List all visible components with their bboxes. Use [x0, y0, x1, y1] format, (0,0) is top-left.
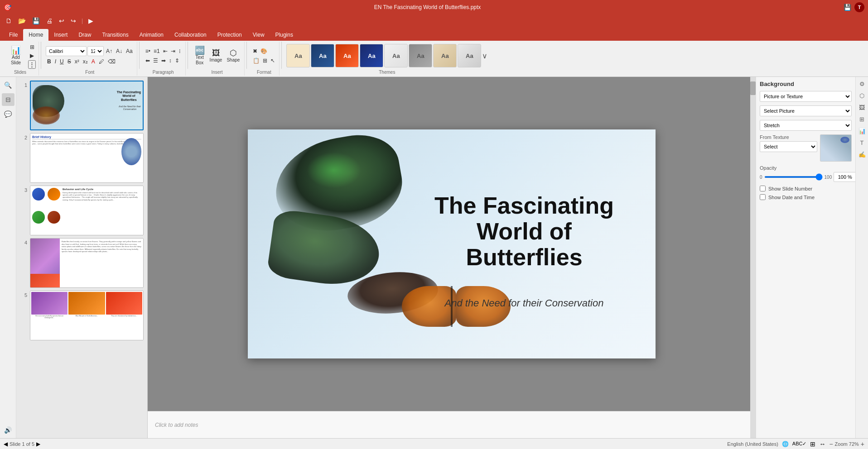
- sidebar-slides-button[interactable]: ⊟: [2, 93, 14, 106]
- tab-collaboration[interactable]: Collaboration: [169, 29, 212, 41]
- arrange-button[interactable]: ⊞: [261, 57, 269, 65]
- align-left-button[interactable]: ⬅: [144, 57, 151, 65]
- right-tool-settings-button[interactable]: ⚙: [857, 79, 867, 89]
- slide-preview-2[interactable]: Brief History When animals discovered th…: [30, 133, 144, 183]
- select-picture-select[interactable]: Select Picture: [760, 105, 852, 116]
- highlight-button[interactable]: 🖊: [97, 57, 106, 66]
- slide-nav-prev[interactable]: ◀: [4, 441, 8, 447]
- slide-thumb-3[interactable]: 3 Behavior and Life Cycle During develop…: [20, 186, 144, 235]
- right-tool-text-button[interactable]: T: [857, 138, 867, 148]
- slide-nav-next[interactable]: ▶: [36, 441, 40, 447]
- fill-color-button[interactable]: 🎨: [259, 47, 269, 55]
- right-tool-chart-button[interactable]: 📊: [857, 126, 867, 136]
- stretch-select[interactable]: Stretch: [760, 120, 852, 131]
- copy-format-button[interactable]: 📋: [251, 57, 261, 65]
- theme-7[interactable]: Aa: [433, 44, 457, 67]
- font-case-button[interactable]: Aa: [125, 47, 134, 55]
- tab-view[interactable]: View: [247, 29, 270, 41]
- increase-font-size-button[interactable]: A↑: [105, 47, 114, 55]
- undo-button[interactable]: ↩: [57, 16, 66, 25]
- tab-transitions[interactable]: Transitions: [96, 29, 134, 41]
- show-date-time-checkbox[interactable]: [760, 194, 766, 200]
- slide-preview-1[interactable]: The FascinatingWorld ofButterflies And t…: [30, 81, 144, 130]
- background-type-select[interactable]: Picture or Texture: [760, 91, 852, 102]
- bullets-button[interactable]: ≡•: [144, 47, 152, 55]
- clear-format-button[interactable]: ⌫: [106, 57, 117, 66]
- italic-button[interactable]: I: [53, 57, 58, 66]
- canvas-scroll[interactable]: The Fascinating World of Butterflies And…: [148, 77, 756, 411]
- align-right-button[interactable]: ➡: [160, 57, 167, 65]
- language-globe-icon[interactable]: 🌐: [782, 441, 789, 447]
- font-color-button[interactable]: A: [90, 57, 96, 66]
- sidebar-audio-button[interactable]: 🔊: [2, 424, 14, 436]
- tab-insert[interactable]: Insert: [48, 29, 73, 41]
- select-button[interactable]: ↖: [269, 57, 276, 65]
- fit-width-button[interactable]: ↔: [819, 440, 825, 448]
- shape-button[interactable]: ⬡ Shape: [225, 48, 241, 63]
- show-slide-number-label[interactable]: Show Slide Number: [768, 186, 812, 191]
- notes-area[interactable]: Click to add notes: [148, 411, 756, 438]
- theme-8[interactable]: Aa: [458, 44, 481, 67]
- underline-button[interactable]: U: [58, 57, 65, 66]
- theme-5[interactable]: Aa: [384, 44, 408, 67]
- show-slide-number-checkbox[interactable]: [760, 186, 766, 191]
- slide-preview-3[interactable]: Behavior and Life Cycle During developme…: [30, 186, 144, 235]
- tab-animation[interactable]: Animation: [134, 29, 169, 41]
- tab-plugins[interactable]: Plugins: [270, 29, 299, 41]
- zoom-out-button[interactable]: −: [829, 440, 833, 448]
- show-date-time-label[interactable]: Show Date and Time: [768, 195, 815, 200]
- theme-6[interactable]: Aa: [409, 44, 432, 67]
- print-button[interactable]: 🖨: [44, 16, 54, 25]
- slide-thumb-4[interactable]: 4 Butterflies feed mostly on nectar from…: [20, 238, 144, 288]
- opacity-input[interactable]: [834, 172, 855, 182]
- from-texture-select[interactable]: Select: [760, 141, 817, 152]
- layout-button[interactable]: ⊞: [28, 43, 36, 51]
- slides-menu-button[interactable]: ⋮: [28, 60, 36, 69]
- increase-indent-button[interactable]: ⇥: [169, 47, 177, 55]
- decrease-indent-button[interactable]: ⇤: [162, 47, 169, 55]
- line-spacing-button[interactable]: ↕: [168, 57, 173, 65]
- spell-check-button[interactable]: ABC✓: [792, 441, 807, 447]
- app-icon[interactable]: 🎯: [4, 4, 11, 11]
- text-box-button[interactable]: 🔤 Text Box: [193, 45, 207, 66]
- align-center-button[interactable]: ☰: [152, 57, 159, 65]
- columns-button[interactable]: ⫶: [177, 47, 183, 55]
- user-avatar[interactable]: T: [854, 2, 864, 12]
- start-presentation-button[interactable]: ▶: [87, 16, 95, 25]
- strikethrough-button[interactable]: S: [66, 57, 72, 66]
- opacity-slider[interactable]: [764, 176, 823, 178]
- font-size-select[interactable]: 12: [87, 46, 104, 56]
- tab-protection[interactable]: Protection: [212, 29, 247, 41]
- right-tool-image-button[interactable]: 🖼: [857, 102, 867, 112]
- presentation-play-button[interactable]: ▶: [28, 52, 36, 60]
- themes-more-button[interactable]: ∨: [482, 52, 487, 60]
- slide-preview-4[interactable]: Butterflies feed mostly on nectar from f…: [30, 238, 144, 288]
- right-tool-shape-button[interactable]: ⬡: [857, 91, 867, 100]
- bold-button[interactable]: B: [46, 57, 53, 66]
- theme-3[interactable]: Aa: [335, 44, 359, 67]
- superscript-button[interactable]: x²: [73, 57, 81, 66]
- right-tool-signature-button[interactable]: ✍: [857, 149, 867, 159]
- slide-preview-5[interactable]: Here are many butterfly species that are…: [30, 291, 144, 340]
- slide-thumb-2[interactable]: 2 Brief History When animals discovered …: [20, 133, 144, 183]
- decrease-font-size-button[interactable]: A↓: [115, 47, 124, 55]
- theme-1[interactable]: Aa: [286, 44, 310, 67]
- save-to-cloud-icon[interactable]: 💾: [844, 4, 851, 11]
- fit-slide-button[interactable]: ⊞: [810, 440, 815, 448]
- main-slide-subtitle[interactable]: And the Need for their Conservation: [420, 297, 628, 310]
- theme-4[interactable]: Aa: [360, 44, 383, 67]
- sidebar-search-button[interactable]: 🔍: [2, 79, 14, 91]
- clear-button[interactable]: ✖: [251, 47, 259, 55]
- paragraph-spacing-button[interactable]: ⇕: [174, 57, 181, 65]
- zoom-in-button[interactable]: +: [861, 440, 864, 448]
- image-button[interactable]: 🖼 Image: [208, 48, 224, 63]
- theme-2[interactable]: Aa: [311, 44, 334, 67]
- tab-home[interactable]: Home: [23, 29, 48, 41]
- open-button[interactable]: 📂: [16, 16, 28, 25]
- save-button[interactable]: 💾: [30, 16, 42, 25]
- numbering-button[interactable]: ≡1: [152, 47, 161, 55]
- new-button[interactable]: 🗋: [4, 16, 14, 25]
- slide-thumb-1[interactable]: 1 The FascinatingWorld ofButterflies And…: [20, 81, 144, 130]
- tab-draw[interactable]: Draw: [73, 29, 96, 41]
- add-slide-button[interactable]: 📊 Add Slide: [5, 45, 27, 66]
